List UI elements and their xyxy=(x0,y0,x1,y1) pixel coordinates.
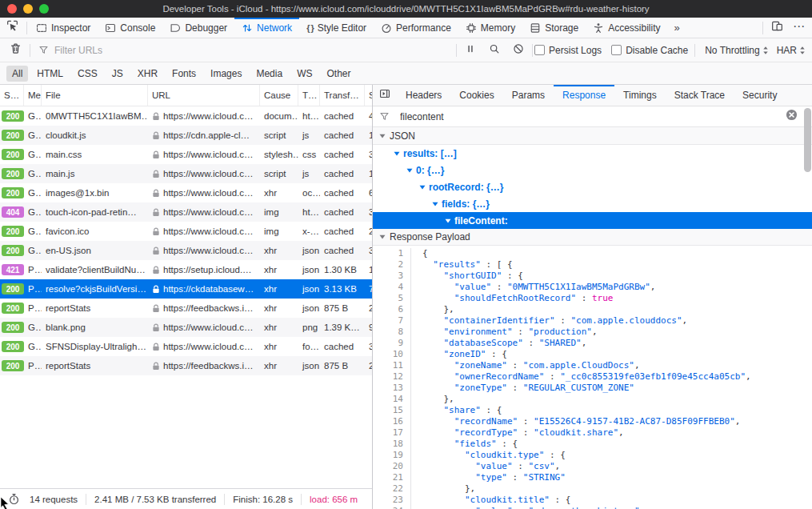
detail-tab-cookies[interactable]: Cookies xyxy=(450,85,502,106)
detail-tab-timings[interactable]: Timings xyxy=(614,85,666,106)
cell-size: 1.3 xyxy=(365,265,372,275)
toggle-details-pane-button[interactable] xyxy=(373,85,397,106)
response-filter-input[interactable] xyxy=(398,110,786,123)
request-row[interactable]: 200G…0MWTTH5C1X1IawBM…https://www.icloud… xyxy=(0,106,372,126)
tree-node-0[interactable]: 0: {…} xyxy=(373,162,812,178)
column-header-cause[interactable]: Cause xyxy=(260,85,298,106)
cell-cause: xhr xyxy=(260,284,298,294)
tree-node-fields[interactable]: fields: {…} xyxy=(373,195,812,212)
type-filter-all[interactable]: All xyxy=(6,66,28,82)
pause-traffic-button[interactable] xyxy=(458,43,482,58)
cell-type: json xyxy=(298,361,320,371)
responsive-mode-button[interactable] xyxy=(765,18,790,38)
har-select[interactable]: HAR xyxy=(777,45,806,56)
request-row[interactable]: 200G…SFNSDisplay-Ultraligh…https://www.i… xyxy=(0,337,372,356)
detail-tab-headers[interactable]: Headers xyxy=(397,85,450,106)
tree-node-rootrecord[interactable]: rootRecord: {…} xyxy=(373,178,812,195)
type-filter-ws[interactable]: WS xyxy=(291,66,318,82)
detail-tab-params[interactable]: Params xyxy=(503,85,554,106)
payload-section-label: Response Payload xyxy=(390,231,470,242)
cell-status: 421 xyxy=(0,264,24,275)
column-header-url[interactable]: URL xyxy=(148,85,260,106)
persist-logs-option[interactable]: Persist Logs xyxy=(534,45,602,56)
pick-element-button[interactable] xyxy=(0,18,25,38)
tool-tab-console[interactable]: Console xyxy=(98,18,162,38)
cell-status: 404 xyxy=(0,206,24,218)
statusbar-divider xyxy=(86,494,86,505)
cell-type: css xyxy=(298,150,320,159)
tool-tab-network[interactable]: Network xyxy=(234,18,299,38)
zoom-window-button[interactable] xyxy=(39,4,49,14)
disable-cache-option[interactable]: Disable Cache xyxy=(611,45,688,56)
block-requests-button[interactable] xyxy=(506,43,530,58)
cell-cause: xhr xyxy=(260,265,298,275)
payload-section-header[interactable]: Response Payload xyxy=(373,229,812,246)
column-header-t[interactable]: T… xyxy=(298,85,320,106)
type-filter-css[interactable]: CSS xyxy=(72,66,103,82)
window-titlebar: Developer Tools - iCloud - https://www.i… xyxy=(0,0,812,18)
toolbox-menu-button[interactable]: ⋯ xyxy=(790,19,812,36)
cell-transferred: cached xyxy=(320,150,365,159)
request-row[interactable]: 200G…main.jshttps://www.icloud.c…scriptj… xyxy=(0,164,372,183)
filter-urls-input[interactable] xyxy=(53,44,176,57)
type-filter-other[interactable]: Other xyxy=(321,66,356,82)
clear-filter-button[interactable] xyxy=(786,109,798,124)
column-header-me[interactable]: Me xyxy=(24,85,42,106)
request-row[interactable]: 200G…blank.pnghttps://www.icloud.c…xhrpn… xyxy=(0,318,372,337)
detail-tab-security[interactable]: Security xyxy=(734,85,786,106)
type-filter-js[interactable]: JS xyxy=(106,66,129,82)
type-filter-html[interactable]: HTML xyxy=(31,66,69,82)
request-row[interactable]: 421P…validate?clientBuildNu…https://setu… xyxy=(0,260,372,279)
cell-url: https://www.icloud.c… xyxy=(148,207,260,217)
cell-type: fo… xyxy=(298,342,320,351)
tool-tab-style-editor[interactable]: { }Style Editor xyxy=(299,18,374,38)
request-row[interactable]: 200G…favicon.icohttps://www.icloud.c…img… xyxy=(0,222,372,241)
detail-tab-response[interactable]: Response xyxy=(554,85,614,106)
tree-node-results[interactable]: results: […] xyxy=(373,145,812,162)
tool-tab-inspector[interactable]: Inspector xyxy=(29,18,98,38)
close-window-button[interactable] xyxy=(7,4,17,14)
request-row[interactable]: 200P…resolve?ckjsBuildVersi…https://ckda… xyxy=(0,279,372,299)
request-row[interactable]: 200G…images@1x.binhttps://www.icloud.c…x… xyxy=(0,183,372,202)
tool-tabs: InspectorConsoleDebuggerNetwork{ }Style … xyxy=(29,18,668,38)
json-section-header[interactable]: JSON xyxy=(373,127,812,145)
throttling-select[interactable]: No Throttling xyxy=(705,45,768,56)
column-header-s[interactable]: S… xyxy=(0,85,24,106)
tool-tab-accessibility[interactable]: Accessibility xyxy=(586,18,667,38)
source-line: 14 }, xyxy=(373,394,812,405)
type-filter-xhr[interactable]: XHR xyxy=(132,66,163,82)
minimize-window-button[interactable] xyxy=(23,4,33,14)
search-requests-button[interactable] xyxy=(482,43,506,58)
tool-tab-memory[interactable]: Memory xyxy=(458,18,522,38)
overflow-chevron-button[interactable]: » xyxy=(668,22,686,34)
line-content: "shortGUID" : { xyxy=(411,271,523,282)
type-filter-fonts[interactable]: Fonts xyxy=(166,66,202,82)
tool-tab-performance[interactable]: Performance xyxy=(374,18,458,38)
request-list-pane: S…MeFileURLCauseT…Transf…S 200G…0MWTTH5C… xyxy=(0,85,372,509)
column-header-s[interactable]: S xyxy=(365,85,372,106)
column-header-file[interactable]: File xyxy=(42,85,148,106)
request-row[interactable]: 200P…reportStatshttps://feedbackws.i…xhr… xyxy=(0,356,372,375)
disable-cache-checkbox[interactable] xyxy=(611,45,622,55)
cell-file: 0MWTTH5C1X1IawBM… xyxy=(42,111,148,121)
tool-tab-debugger[interactable]: Debugger xyxy=(162,18,234,38)
line-number: 12 xyxy=(373,371,411,383)
request-row[interactable]: 404G…touch-icon-pad-retin…https://www.ic… xyxy=(0,202,372,222)
cell-type: json xyxy=(298,284,320,294)
type-filter-media[interactable]: Media xyxy=(250,66,288,82)
request-row[interactable]: 200G…main.csshttps://www.icloud.c…styles… xyxy=(0,145,372,164)
column-header-transf[interactable]: Transf… xyxy=(320,85,365,106)
tool-tab-storage[interactable]: Storage xyxy=(522,18,586,38)
request-row[interactable]: 200P…reportStatshttps://feedbackws.i…xhr… xyxy=(0,299,372,318)
status-badge: 200 xyxy=(2,245,24,256)
persist-logs-checkbox[interactable] xyxy=(534,45,545,55)
type-filter-images[interactable]: Images xyxy=(205,66,247,82)
detail-tab-stack-trace[interactable]: Stack Trace xyxy=(666,85,734,106)
details-scrollbar-thumb[interactable] xyxy=(804,108,811,172)
request-row[interactable]: 200G…en-US.jsonhttps://www.icloud.c…xhrj… xyxy=(0,241,372,260)
source-line: 1{ xyxy=(373,248,812,259)
clear-requests-button[interactable] xyxy=(3,38,28,62)
request-row[interactable]: 200G…cloudkit.jshttps://cdn.apple-cl…scr… xyxy=(0,126,372,145)
tree-node-filecontent[interactable]: fileContent: xyxy=(373,212,812,229)
line-content: }, xyxy=(411,304,454,315)
